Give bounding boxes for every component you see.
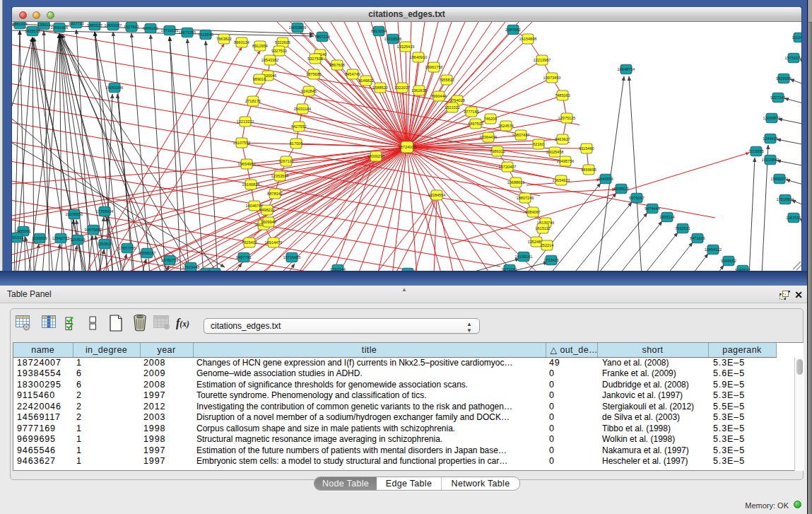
- svg-text:3875685: 3875685: [306, 72, 322, 76]
- svg-text:19166825: 19166825: [242, 182, 260, 187]
- svg-text:20364436: 20364436: [480, 135, 498, 139]
- svg-text:12213967: 12213967: [534, 58, 551, 62]
- svg-text:15716485: 15716485: [283, 255, 301, 259]
- svg-text:9384067: 9384067: [525, 210, 541, 214]
- svg-text:8912954: 8912954: [252, 44, 268, 48]
- svg-text:1027713: 1027713: [69, 22, 84, 25]
- svg-text:1156829: 1156829: [32, 236, 47, 240]
- svg-text:10025458: 10025458: [546, 150, 564, 154]
- svg-text:3624574: 3624574: [498, 124, 514, 128]
- svg-text:1112483: 1112483: [792, 35, 801, 40]
- svg-text:1322037: 1322037: [394, 86, 410, 90]
- svg-text:20206556: 20206556: [66, 212, 83, 216]
- svg-text:5498222: 5498222: [259, 208, 275, 212]
- svg-text:10807487: 10807487: [512, 133, 530, 137]
- svg-text:9457791: 9457791: [236, 255, 252, 259]
- svg-text:15720407: 15720407: [499, 165, 517, 169]
- svg-text:18640910: 18640910: [410, 55, 428, 59]
- svg-text:19218506: 19218506: [384, 37, 402, 41]
- svg-text:10719155: 10719155: [161, 28, 179, 33]
- svg-text:9242845: 9242845: [301, 89, 317, 93]
- svg-text:18300295: 18300295: [367, 154, 385, 158]
- svg-text:1244415: 1244415: [763, 136, 778, 141]
- svg-text:1588520: 1588520: [372, 86, 388, 90]
- svg-text:8427552: 8427552: [291, 124, 307, 129]
- svg-text:14136141: 14136141: [515, 255, 533, 259]
- svg-text:17359934: 17359934: [96, 209, 114, 214]
- svg-text:19384554: 19384554: [428, 193, 446, 197]
- svg-text:26031144: 26031144: [294, 107, 311, 111]
- svg-text:16053809: 16053809: [289, 25, 307, 30]
- svg-text:62160: 62160: [533, 142, 544, 146]
- svg-text:239011: 239011: [37, 23, 50, 27]
- svg-text:9327508: 9327508: [307, 57, 323, 61]
- svg-text:252214: 252214: [541, 243, 554, 247]
- svg-text:12093872: 12093872: [763, 116, 781, 120]
- svg-text:1167531: 1167531: [786, 216, 801, 220]
- svg-text:1405571: 1405571: [25, 29, 40, 33]
- svg-text:9227341: 9227341: [770, 95, 786, 100]
- svg-text:15751074: 15751074: [785, 56, 801, 60]
- svg-text:8454749: 8454749: [345, 72, 360, 76]
- svg-text:16154808: 16154808: [519, 37, 537, 41]
- svg-text:9777169: 9777169: [464, 110, 479, 114]
- svg-text:1885327: 1885327: [87, 23, 102, 28]
- svg-text:989016: 989016: [253, 77, 266, 81]
- svg-text:2718176: 2718176: [245, 99, 261, 103]
- svg-text:9245612: 9245612: [735, 268, 751, 271]
- svg-text:12942757: 12942757: [52, 236, 70, 240]
- svg-text:1362635: 1362635: [411, 88, 427, 93]
- svg-text:7625402: 7625402: [242, 240, 257, 245]
- svg-text:1250515: 1250515: [97, 242, 112, 246]
- svg-text:16671355: 16671355: [179, 30, 196, 35]
- svg-text:1640954: 1640954: [598, 177, 613, 181]
- svg-text:6466160: 6466160: [143, 26, 158, 30]
- svg-text:9245652: 9245652: [721, 259, 736, 263]
- svg-text:9794028: 9794028: [449, 98, 465, 103]
- svg-text:7955812: 7955812: [439, 78, 454, 82]
- svg-text:12975125: 12975125: [558, 116, 576, 120]
- svg-text:9474444: 9474444: [645, 206, 660, 211]
- svg-text:16543382: 16543382: [261, 58, 279, 62]
- svg-text:8990444: 8990444: [431, 94, 447, 98]
- svg-text:1527602: 1527602: [124, 25, 139, 29]
- svg-text:7986322: 7986322: [490, 149, 505, 153]
- svg-text:19654953: 19654953: [238, 162, 256, 166]
- svg-text:9146821: 9146821: [358, 78, 374, 83]
- svg-text:9115460: 9115460: [579, 146, 594, 151]
- svg-text:10654112: 10654112: [705, 247, 722, 252]
- svg-text:10973493: 10973493: [543, 76, 561, 80]
- svg-text:5322605: 5322605: [275, 40, 290, 45]
- svg-text:18807249: 18807249: [517, 196, 534, 200]
- svg-text:16107552: 16107552: [233, 141, 251, 145]
- svg-text:8938923: 8938923: [613, 187, 629, 191]
- svg-text:17857255: 17857255: [119, 246, 136, 250]
- svg-text:3215955: 3215955: [748, 149, 764, 153]
- svg-text:90975857: 90975857: [85, 228, 102, 232]
- svg-text:2935114: 2935114: [659, 215, 674, 219]
- svg-text:1733426: 1733426: [543, 258, 559, 262]
- svg-text:8471626: 8471626: [690, 236, 705, 240]
- svg-text:16914479: 16914479: [265, 240, 283, 245]
- svg-text:9327503: 9327503: [271, 49, 287, 53]
- svg-text:1154519: 1154519: [70, 238, 85, 242]
- svg-text:16961758: 16961758: [425, 65, 443, 69]
- svg-text:1881304: 1881304: [12, 22, 28, 26]
- svg-text:746206: 746206: [484, 117, 498, 121]
- svg-text:13654923: 13654923: [553, 178, 570, 182]
- svg-text:16210643: 16210643: [762, 158, 779, 162]
- svg-text:9529966: 9529966: [776, 76, 792, 81]
- svg-text:9463627: 9463627: [555, 137, 570, 141]
- svg-text:17016504: 17016504: [777, 197, 794, 201]
- svg-text:15692971: 15692971: [771, 177, 789, 181]
- svg-text:12923448: 12923448: [182, 265, 200, 269]
- svg-text:18724007: 18724007: [399, 145, 416, 149]
- svg-text:8813054: 8813054: [371, 29, 387, 33]
- svg-text:1609948: 1609948: [261, 220, 276, 224]
- svg-text:7857224: 7857224: [314, 35, 330, 39]
- svg-text:6497503: 6497503: [468, 122, 483, 126]
- svg-text:20691406: 20691406: [51, 25, 69, 30]
- svg-text:3267110: 3267110: [278, 159, 293, 163]
- svg-text:13325419: 13325419: [397, 45, 415, 49]
- svg-text:1521022: 1521022: [445, 105, 460, 110]
